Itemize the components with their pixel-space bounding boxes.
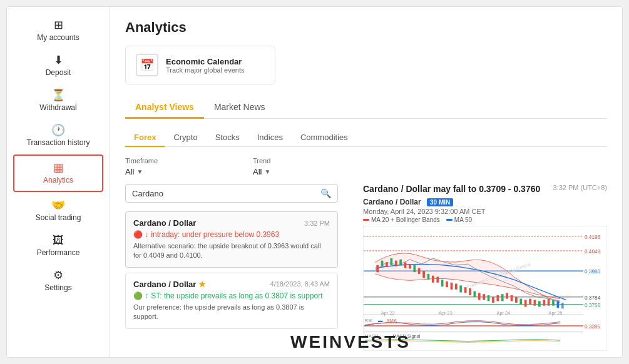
economic-calendar-card[interactable]: 📅 Economic Calendar Track major global e… <box>125 46 275 84</box>
analysis-list: Cardano / Dollar 3:32 PM 🔴 ↓ intraday: u… <box>125 211 338 334</box>
sidebar-item-performance[interactable]: 🖼 Performance <box>7 228 110 263</box>
svg-text:0.3784: 0.3784 <box>585 295 601 301</box>
sidebar-item-analytics[interactable]: ▦ Analytics <box>13 154 103 192</box>
sidebar-item-my-accounts[interactable]: ⊞ My accounts <box>7 13 110 48</box>
sub-tab-crypto[interactable]: Crypto <box>165 129 206 147</box>
svg-text:0.3980: 0.3980 <box>585 268 601 275</box>
sidebar-item-social-trading[interactable]: 🤝 Social trading <box>7 193 110 228</box>
card2-header: Cardano / Dollar ★ 4/18/2023, 8:43 AM <box>133 280 330 289</box>
chart-panel: Cardano / Dollar may fall to 0.3709 - 0.… <box>350 184 607 353</box>
card2-direction-label: ST: the upside prevails as long as 0.380… <box>151 291 322 300</box>
sidebar-item-transaction-history[interactable]: 🕐 Transaction history <box>7 118 110 153</box>
sub-tab-stocks[interactable]: Stocks <box>207 129 248 147</box>
sidebar-item-label: Analytics <box>43 176 73 185</box>
svg-rect-38 <box>492 297 494 303</box>
sub-tab-forex[interactable]: Forex <box>125 129 165 147</box>
svg-rect-41 <box>506 293 508 298</box>
svg-rect-21 <box>413 265 416 272</box>
svg-rect-0 <box>364 231 606 346</box>
svg-rect-44 <box>519 299 522 305</box>
main-content: Analytics 📅 Economic Calendar Track majo… <box>110 7 622 357</box>
chart-title-area: Cardano / Dollar may fall to 0.3709 - 0.… <box>363 184 540 194</box>
svg-text:0.3756: 0.3756 <box>585 302 601 308</box>
svg-rect-39 <box>496 295 499 301</box>
filters-row: Timeframe All ▼ Trend All ▼ <box>125 157 607 176</box>
svg-rect-32 <box>464 287 467 293</box>
tab-market-news[interactable]: Market News <box>204 97 275 119</box>
card2-pair: Cardano / Dollar ★ <box>133 280 206 289</box>
economic-calendar-icon: 📅 <box>136 54 158 76</box>
sidebar-item-label: Performance <box>37 248 80 257</box>
svg-rect-35 <box>478 293 481 300</box>
content-body: 🔍 Cardano / Dollar 3:32 PM 🔴 ↓ <box>125 184 607 353</box>
chart-title: Cardano / Dollar may fall to 0.3709 - 0.… <box>363 184 540 194</box>
svg-rect-27 <box>441 280 444 286</box>
card2-star: ★ <box>198 280 206 289</box>
trend-label: Trend <box>253 157 366 164</box>
search-input[interactable] <box>132 189 320 198</box>
svg-rect-42 <box>511 295 513 301</box>
svg-rect-23 <box>422 271 425 278</box>
timeframe-arrow: ▼ <box>136 168 143 175</box>
chart-pair: Cardano / Dollar <box>363 198 421 206</box>
timeframe-value: All <box>125 167 134 176</box>
card1-header: Cardano / Dollar 3:32 PM <box>133 218 330 228</box>
svg-rect-51 <box>552 300 555 305</box>
card1-direction-icon: 🔴 ↓ <box>133 230 148 239</box>
sidebar-item-label: Social trading <box>36 213 81 222</box>
search-container: 🔍 <box>125 184 338 203</box>
svg-rect-37 <box>488 295 490 301</box>
svg-text:0.4196: 0.4196 <box>585 234 601 240</box>
legend-item-ma20: MA 20 + Bollinger Bands <box>363 216 440 223</box>
tab-analyst-views[interactable]: Analyst Views <box>125 97 204 119</box>
watermark: WEINVESTS <box>290 332 411 352</box>
svg-rect-30 <box>455 284 458 290</box>
svg-rect-45 <box>524 300 527 306</box>
timeframe-select[interactable]: All ▼ <box>125 167 238 176</box>
svg-rect-49 <box>543 300 545 305</box>
page-title: Analytics <box>125 19 607 36</box>
card1-pair: Cardano / Dollar <box>133 218 196 228</box>
legend-label-ma20: MA 20 + Bollinger Bands <box>371 216 440 223</box>
sub-tab-indices[interactable]: Indices <box>248 129 292 147</box>
sidebar-item-withdrawal[interactable]: ⏳ Withdrawal <box>7 83 110 118</box>
sidebar-item-label: My accounts <box>37 33 79 42</box>
transaction-icon: 🕐 <box>51 124 65 136</box>
sidebar-item-deposit[interactable]: ⬇ Deposit <box>7 48 110 83</box>
card2-desc: Our preference: the upside prevails as l… <box>133 303 330 322</box>
performance-icon: 🖼 <box>53 235 64 246</box>
legend-label-ma50: MA 50 <box>454 216 472 223</box>
chart-period: 30 MIN <box>427 198 453 206</box>
svg-rect-17 <box>395 261 397 266</box>
card2-direction-icon: 🟢 ↑ <box>133 291 148 300</box>
card1-direction-label: intraday: under pressure below 0.3963 <box>151 230 279 239</box>
legend-dot-ma20 <box>363 219 369 221</box>
trend-filter: Trend All ▼ <box>253 157 366 176</box>
analytics-icon: ▦ <box>53 162 64 173</box>
svg-rect-14 <box>381 261 384 266</box>
svg-rect-46 <box>529 299 531 305</box>
legend-item-ma50: MA 50 <box>446 216 472 223</box>
trend-value: All <box>253 167 262 176</box>
sub-tab-commodities[interactable]: Commodities <box>292 129 357 147</box>
card2-time: 4/18/2023, 8:43 AM <box>270 280 330 288</box>
svg-rect-48 <box>538 301 541 306</box>
ec-title: Economic Calendar <box>166 57 245 66</box>
analysis-card-1[interactable]: Cardano / Dollar 3:32 PM 🔴 ↓ intraday: u… <box>125 211 338 268</box>
chart-legend: MA 20 + Bollinger Bands MA 50 <box>363 216 607 223</box>
svg-rect-40 <box>501 294 504 301</box>
chart-time: 3:32 PM (UTC+8) <box>553 184 608 191</box>
svg-text:0.4048: 0.4048 <box>585 248 601 255</box>
svg-rect-28 <box>446 281 448 287</box>
svg-text:Apr 22: Apr 22 <box>381 310 395 316</box>
chart-date: Monday, April 24, 2023 9:32:00 AM CET <box>363 208 607 215</box>
svg-rect-25 <box>432 276 434 283</box>
card1-time: 3:32 PM <box>304 220 330 227</box>
settings-icon: ⚙ <box>53 270 63 281</box>
sidebar-item-label: Withdrawal <box>39 103 76 112</box>
svg-text:▬: ▬ <box>378 318 383 323</box>
trend-select[interactable]: All ▼ <box>253 167 366 176</box>
ec-subtitle: Track major global events <box>166 66 245 74</box>
analysis-card-2[interactable]: Cardano / Dollar ★ 4/18/2023, 8:43 AM 🟢 … <box>125 273 338 329</box>
sidebar-item-settings[interactable]: ⚙ Settings <box>7 263 110 298</box>
